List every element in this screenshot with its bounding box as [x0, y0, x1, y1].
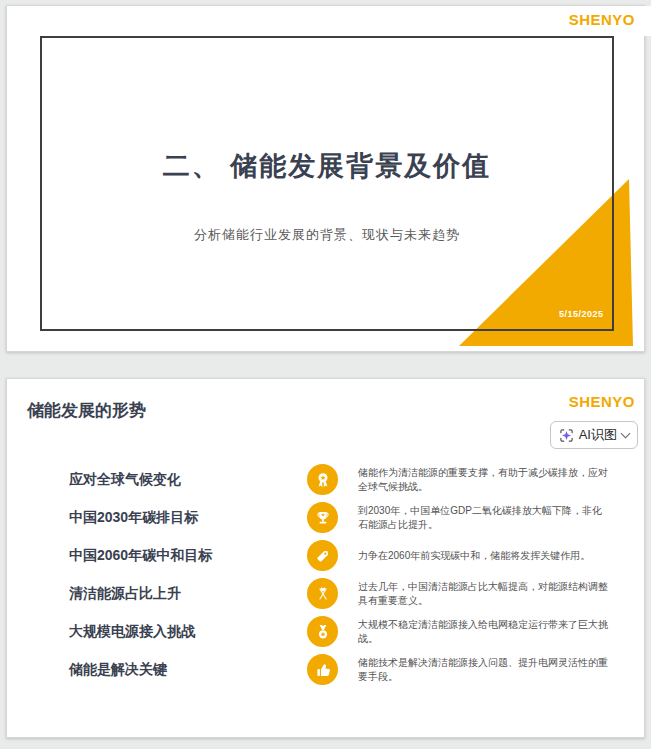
list-item: 中国2060年碳中和目标 力争在2060年前实现碳中和，储能将发挥关键作用。: [7, 537, 646, 574]
slide-title: 储能发展的形势: [27, 399, 146, 422]
feature-desc: 大规模不稳定清洁能源接入给电网稳定运行带来了巨大挑战。: [358, 618, 610, 646]
feature-desc: 储能技术是解决清洁能源接入问题、提升电网灵活性的重要手段。: [358, 656, 610, 684]
ai-sparkle-scan-icon: [559, 428, 574, 443]
trophy-icon: [307, 502, 338, 533]
feature-desc: 力争在2060年前实现碳中和，储能将发挥关键作用。: [358, 549, 610, 563]
slide-title: 二、 储能发展背景及价值: [40, 148, 614, 184]
slide-subtitle: 分析储能行业发展的背景、现状与未来趋势: [40, 226, 614, 244]
list-item: 清洁能源占比上升 过去几年，中国清洁能源占比大幅提高，对能源结构调整具有重要意义…: [7, 575, 646, 612]
ai-recognize-button[interactable]: AI识图: [550, 421, 638, 449]
list-item: 储能是解决关键 储能技术是解决清洁能源接入问题、提升电网灵活性的重要手段。: [7, 651, 646, 688]
list-item: 应对全球气候变化 储能作为清洁能源的重要支撑，有助于减少碳排放，应对全球气候挑战…: [7, 461, 646, 498]
feature-label: 大规模电源接入挑战: [69, 623, 294, 641]
slide-date: 5/15/2025: [559, 309, 604, 319]
award-rosette-icon: [307, 464, 338, 495]
feature-desc: 过去几年，中国清洁能源占比大幅提高，对能源结构调整具有重要意义。: [358, 580, 610, 608]
list-item: 大规模电源接入挑战 大规模不稳定清洁能源接入给电网稳定运行带来了巨大挑战。: [7, 613, 646, 650]
price-tag-icon: [307, 540, 338, 571]
feature-label: 中国2060年碳中和目标: [69, 547, 294, 565]
slide-2-canvas[interactable]: 储能发展的形势 SHENYO AI识图 应对全球气候变化: [6, 378, 645, 738]
thumbs-up-icon: [307, 654, 338, 685]
feature-label: 储能是解决关键: [69, 661, 294, 679]
slide-1-canvas[interactable]: 二、 储能发展背景及价值 分析储能行业发展的背景、现状与未来趋势 5/15/20…: [6, 5, 645, 352]
feature-list: 应对全球气候变化 储能作为清洁能源的重要支撑，有助于减少碳排放，应对全球气候挑战…: [7, 461, 646, 689]
feature-label: 应对全球气候变化: [69, 471, 294, 489]
brand-logo: SHENYO: [569, 393, 635, 410]
list-item: 中国2030年碳排目标 到2030年，中国单位GDP二氧化碳排放大幅下降，非化石…: [7, 499, 646, 536]
chevron-down-icon[interactable]: [621, 429, 631, 439]
crossed-flags-icon: [307, 578, 338, 609]
feature-desc: 到2030年，中国单位GDP二氧化碳排放大幅下降，非化石能源占比提升。: [358, 504, 610, 532]
feature-label: 清洁能源占比上升: [69, 585, 294, 603]
ai-button-label: AI识图: [579, 426, 617, 444]
feature-desc: 储能作为清洁能源的重要支撑，有助于减少碳排放，应对全球气候挑战。: [358, 466, 610, 494]
feature-label: 中国2030年碳排目标: [69, 509, 294, 527]
medal-icon: [307, 616, 338, 647]
